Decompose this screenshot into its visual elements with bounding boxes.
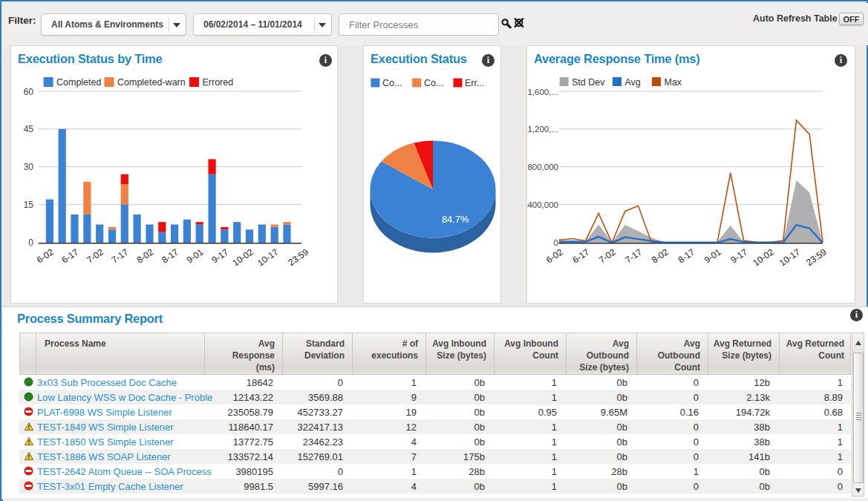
svg-text:7-02: 7-02 bbox=[597, 246, 618, 265]
svg-text:10-17: 10-17 bbox=[255, 246, 280, 268]
svg-text:Completed: Completed bbox=[56, 77, 101, 88]
svg-text:15: 15 bbox=[24, 200, 34, 210]
svg-text:Co...: Co... bbox=[382, 78, 402, 88]
svg-text:7-02: 7-02 bbox=[85, 246, 105, 265]
svg-text:9-01: 9-01 bbox=[702, 246, 723, 265]
svg-text:Errored: Errored bbox=[203, 77, 234, 88]
svg-text:Execution Status: Execution Status bbox=[371, 52, 467, 65]
svg-text:84.7%: 84.7% bbox=[442, 214, 469, 225]
svg-text:Average Response Time (ms): Average Response Time (ms) bbox=[534, 52, 699, 65]
svg-text:10-02: 10-02 bbox=[231, 246, 255, 268]
svg-text:6-17: 6-17 bbox=[571, 246, 592, 265]
svg-text:23:59: 23:59 bbox=[286, 246, 310, 268]
svg-text:9-17: 9-17 bbox=[209, 246, 230, 265]
svg-text:9-17: 9-17 bbox=[729, 246, 750, 265]
svg-text:7-17: 7-17 bbox=[110, 246, 131, 265]
svg-text:Std Dev: Std Dev bbox=[572, 77, 605, 88]
svg-text:10-17: 10-17 bbox=[777, 246, 802, 268]
svg-text:0: 0 bbox=[28, 238, 33, 248]
svg-text:Co...: Co... bbox=[424, 78, 443, 88]
svg-text:6-02: 6-02 bbox=[544, 246, 565, 265]
svg-text:9-01: 9-01 bbox=[185, 246, 206, 265]
svg-text:400,000: 400,000 bbox=[527, 200, 558, 209]
svg-text:8-02: 8-02 bbox=[650, 246, 670, 265]
svg-text:8-17: 8-17 bbox=[160, 246, 180, 265]
svg-text:0: 0 bbox=[554, 238, 558, 247]
svg-text:Completed-warn: Completed-warn bbox=[117, 77, 186, 88]
svg-text:Max: Max bbox=[665, 77, 682, 88]
svg-text:Avg: Avg bbox=[625, 77, 641, 88]
svg-text:7-17: 7-17 bbox=[624, 246, 645, 265]
svg-text:1,200,...: 1,200,... bbox=[527, 125, 558, 134]
svg-text:23:59: 23:59 bbox=[804, 246, 829, 268]
svg-text:8-02: 8-02 bbox=[135, 246, 156, 265]
svg-text:8-17: 8-17 bbox=[676, 246, 697, 265]
svg-text:45: 45 bbox=[24, 124, 34, 134]
svg-text:10-02: 10-02 bbox=[751, 246, 776, 268]
svg-text:1,600,...: 1,600,... bbox=[527, 88, 558, 96]
svg-text:6-17: 6-17 bbox=[60, 246, 81, 265]
svg-text:Execution Status by Time: Execution Status by Time bbox=[18, 52, 162, 65]
svg-text:6-02: 6-02 bbox=[35, 246, 56, 265]
svg-text:Err...: Err... bbox=[465, 78, 484, 88]
svg-text:30: 30 bbox=[24, 162, 34, 172]
svg-text:800,000: 800,000 bbox=[527, 163, 558, 171]
svg-text:60: 60 bbox=[24, 87, 34, 97]
